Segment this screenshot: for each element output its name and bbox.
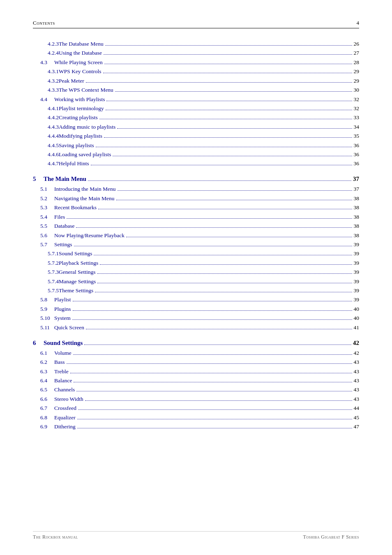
toc-title[interactable]: Channels [54, 386, 75, 394]
toc-row: 6.2Bass43 [33, 358, 359, 367]
toc-title[interactable]: Bass [54, 358, 65, 367]
toc-page: 38 [354, 231, 360, 240]
toc-page: 41 [354, 324, 360, 332]
toc-title[interactable]: While Playing Screen [54, 58, 103, 67]
toc-row: 5.7.5Theme Settings39 [33, 287, 359, 295]
footer-left: The Rockbox manual [33, 534, 78, 540]
toc-page: 35 [354, 132, 360, 141]
toc-row: 6.3Treble43 [33, 368, 359, 376]
toc-title[interactable]: Theme Settings [59, 287, 93, 295]
toc-title[interactable]: Working with Playlists [54, 95, 105, 104]
toc-row: 4.2.4Using the Database27 [33, 49, 359, 58]
toc-title[interactable]: Using the Database [59, 49, 102, 58]
toc-title[interactable]: Saving playlists [59, 141, 94, 150]
toc-title[interactable]: Balance [54, 377, 72, 385]
toc-row: 4.3While Playing Screen28 [33, 58, 359, 67]
toc-title[interactable]: Playlist [54, 296, 71, 304]
toc-row: 5.10System40 [33, 314, 359, 323]
toc-row: 5.9Plugins40 [33, 305, 359, 314]
toc-title[interactable]: WPS Key Controls [59, 67, 101, 76]
toc-page: 38 [354, 204, 360, 212]
toc-page: 43 [354, 368, 360, 376]
toc-page: 32 [354, 104, 360, 113]
toc-dots [70, 373, 352, 373]
toc-title[interactable]: Peak Meter [59, 77, 84, 86]
toc-title[interactable]: Helpful Hints [59, 160, 89, 168]
toc-num: 5.8 [33, 296, 54, 304]
toc-dots [105, 45, 352, 46]
toc-num: 4.2.4 [33, 49, 59, 58]
toc-title[interactable]: Playlist terminology [59, 104, 104, 113]
toc-dots [113, 156, 352, 156]
toc-dots [86, 329, 352, 329]
toc-title[interactable]: Database [54, 222, 74, 231]
toc-title[interactable]: Recent Bookmarks [54, 204, 97, 212]
toc-title[interactable]: Sound Settings [59, 250, 92, 258]
toc-num: 4.3 [33, 58, 54, 67]
toc-title[interactable]: Adding music to playlists [59, 123, 115, 132]
toc-num: 5.7.1 [33, 250, 59, 258]
toc-page: 43 [354, 395, 360, 404]
toc-title[interactable]: The WPS Context Menu [59, 86, 113, 95]
toc-dots [117, 128, 352, 129]
toc-title[interactable]: Modifying playlists [59, 132, 102, 141]
toc-title[interactable]: Manage Settings [59, 278, 96, 286]
chapter-dots [84, 345, 351, 345]
toc-page: 26 [354, 40, 360, 49]
toc-title[interactable]: Volume [54, 349, 71, 358]
toc-title[interactable]: Creating playlists [59, 113, 98, 122]
toc-page: 42 [354, 349, 360, 358]
toc-title[interactable]: Files [54, 213, 65, 222]
toc-row: 4.3.1WPS Key Controls29 [33, 67, 359, 76]
toc-dots [73, 301, 352, 301]
toc-title[interactable]: Stereo Width [54, 395, 83, 404]
toc-title[interactable]: The Database Menu [59, 40, 104, 49]
toc-row: 4.4.5Saving playlists36 [33, 141, 359, 150]
toc-row: 4.2.3The Database Menu26 [33, 40, 359, 49]
toc-title[interactable]: Dithering [54, 423, 76, 431]
toc-title[interactable]: Playback Settings [59, 259, 98, 268]
chapter-title[interactable]: Sound Settings [44, 338, 83, 348]
toc-page: 36 [354, 150, 360, 159]
toc-title[interactable]: Equalizer [54, 414, 76, 422]
toc-page: 39 [354, 259, 360, 268]
toc-title[interactable]: Navigating the Main Menu [54, 194, 115, 203]
toc-dots [95, 292, 352, 292]
toc-num: 4.4.4 [33, 132, 59, 141]
toc-row: 6.6Stereo Width43 [33, 395, 359, 404]
toc-dots [77, 419, 352, 419]
toc-title[interactable]: Crossfeed [54, 404, 76, 413]
toc-num: 5.1 [33, 185, 54, 194]
toc-title[interactable]: General Settings [59, 268, 96, 277]
toc-title[interactable]: Loading saved playlists [59, 150, 111, 159]
toc-row: 5.7.2Playback Settings39 [33, 259, 359, 268]
toc-row: 6.7Crossfeed44 [33, 404, 359, 413]
toc-page: 39 [354, 287, 360, 295]
toc-row: 5.2Navigating the Main Menu38 [33, 194, 359, 203]
toc-dots [97, 283, 352, 283]
toc-num: 5.7 [33, 240, 54, 249]
toc-dots [78, 409, 352, 410]
toc-row: 6.1Volume42 [33, 349, 359, 358]
toc-title[interactable]: Plugins [54, 305, 71, 314]
toc-title[interactable]: Introducing the Main Menu [54, 185, 116, 194]
toc-dots [97, 273, 352, 274]
toc-dots [104, 64, 352, 64]
toc-page: 44 [354, 404, 360, 413]
toc-dots [98, 209, 352, 209]
toc-row: 6.9Dithering47 [33, 423, 359, 431]
chapter-row: 6Sound Settings42 [33, 338, 359, 348]
toc-row: 5.8Playlist39 [33, 296, 359, 304]
toc-title[interactable]: Treble [54, 368, 69, 376]
chapter-row: 5The Main Menu37 [33, 174, 359, 184]
toc-title[interactable]: Now Playing/Resume Playback [54, 231, 125, 240]
toc-row: 4.4.7Helpful Hints36 [33, 160, 359, 168]
chapter-title[interactable]: The Main Menu [44, 174, 86, 184]
toc-row: 5.7.1Sound Settings39 [33, 250, 359, 258]
toc-num: 4.3.2 [33, 77, 59, 86]
toc-title[interactable]: Settings [54, 240, 72, 249]
toc-title[interactable]: System [54, 314, 71, 323]
toc-num: 5.3 [33, 204, 54, 212]
toc-title[interactable]: Quick Screen [54, 324, 84, 332]
footer-right: Toshiba Gigabeat F Series [303, 534, 359, 540]
